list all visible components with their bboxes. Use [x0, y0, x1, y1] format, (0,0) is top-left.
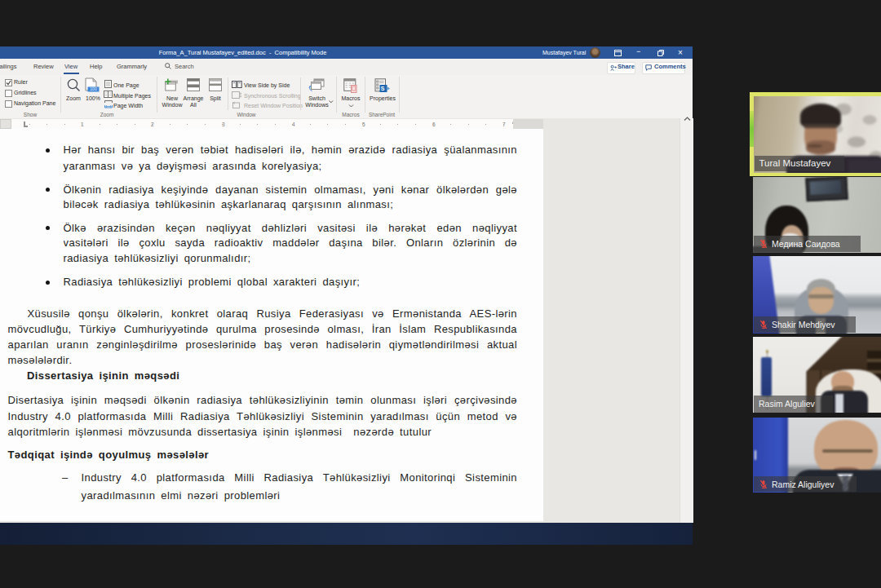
svg-text:S: S: [381, 86, 385, 91]
svg-text:100: 100: [90, 86, 97, 91]
